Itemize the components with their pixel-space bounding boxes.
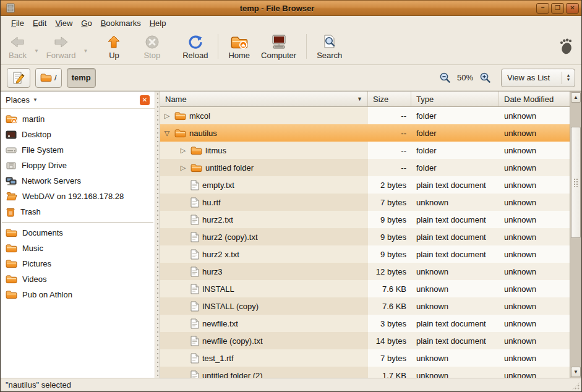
text-file-icon: [190, 215, 199, 225]
zoom-in-button[interactable]: [479, 72, 491, 83]
chevron-down-icon[interactable]: ▼: [33, 97, 140, 103]
text-file-icon: [190, 249, 199, 260]
table-row-hurz2-txt[interactable]: hurz2.txt 9 bytes plain text document un…: [160, 211, 570, 228]
up-button[interactable]: Up: [101, 32, 127, 62]
path-root-button[interactable]: /: [35, 68, 62, 88]
sidebar-header: Places ▼ ✕: [1, 92, 155, 109]
forward-button[interactable]: Forward: [41, 32, 82, 62]
sidebar-item-music[interactable]: Music: [1, 241, 155, 256]
scroll-up-button[interactable]: ▲: [571, 92, 581, 103]
toolbar: Back ▼ Forward ▼ Up Stop Reload: [1, 30, 581, 65]
table-row-newfile-copy-txt[interactable]: newfile (copy).txt 14 bytes plain text d…: [160, 332, 570, 349]
minimize-button[interactable]: –: [536, 3, 549, 14]
table-row-test-1-rtf[interactable]: test_1.rtf 7 bytes unknown unknown: [160, 349, 570, 367]
status-bar: "nautilus" selected: [1, 378, 581, 391]
back-history-dropdown[interactable]: ▼: [32, 48, 41, 54]
expander-expanded-icon[interactable]: ▽: [163, 129, 171, 137]
open-folder-icon: [6, 192, 17, 201]
maximize-icon: ❐: [555, 5, 560, 11]
menu-file[interactable]: File: [7, 17, 28, 29]
file-rows: ▷ mkcol -- folder unknown ▽ nautilus --: [160, 107, 570, 378]
trash-icon: [6, 207, 15, 217]
menu-view[interactable]: View: [51, 17, 77, 29]
zoom-out-button[interactable]: [439, 72, 451, 83]
search-button[interactable]: Search: [311, 32, 348, 62]
table-row-nautilus-selected[interactable]: ▽ nautilus -- folder unknown: [160, 124, 570, 142]
location-bar: / temp 50% View as List: [1, 65, 581, 91]
column-header-name[interactable]: Name ▼: [160, 92, 368, 106]
table-row-untitled-folder[interactable]: ▷ untitled folder -- folder unknown: [160, 159, 570, 176]
close-icon: ✕: [142, 97, 147, 103]
edit-location-button[interactable]: [7, 68, 30, 88]
table-row-install-copy[interactable]: INSTALL (copy) 7.6 KB unknown unknown: [160, 297, 570, 315]
sidebar-item-desktop[interactable]: Desktop: [1, 127, 155, 142]
menu-edit[interactable]: Edit: [28, 17, 51, 29]
table-row-hurz2-copy-txt[interactable]: hurz2 (copy).txt 9 bytes plain text docu…: [160, 228, 570, 245]
table-row-hurz2-x-txt[interactable]: hurz2 x.txt 9 bytes plain text document …: [160, 245, 570, 263]
sidebar-mode-select[interactable]: Places: [6, 95, 30, 104]
resize-grip[interactable]: [571, 381, 580, 390]
close-icon: ✕: [570, 5, 575, 11]
table-row-hu-rtf[interactable]: hu.rtf 7 bytes unknown unknown: [160, 194, 570, 211]
zoom-out-icon: [439, 72, 451, 83]
table-row-mkcol[interactable]: ▷ mkcol -- folder unknown: [160, 107, 570, 124]
text-file-icon: [190, 180, 199, 190]
scrollbar-thumb[interactable]: [571, 127, 581, 238]
view-mode-select[interactable]: View as List ▲▼: [501, 69, 575, 87]
menu-bookmarks[interactable]: Bookmarks: [96, 17, 145, 29]
sidebar-item-martin[interactable]: martin: [1, 111, 155, 127]
sidebar-item-pictures[interactable]: Pictures: [1, 256, 155, 271]
back-button[interactable]: Back: [3, 32, 32, 62]
table-row-newfile-txt[interactable]: newfile.txt 3 bytes plain text document …: [160, 315, 570, 332]
table-row-install[interactable]: INSTALL 7.6 KB unknown unknown: [160, 280, 570, 297]
path-current-folder-button[interactable]: temp: [67, 68, 96, 88]
sidebar-item-pub-on-athlon[interactable]: Pub on Athlon: [1, 287, 155, 302]
expander-collapsed-icon[interactable]: ▷: [179, 164, 187, 172]
sidebar-item-videos[interactable]: Videos: [1, 271, 155, 287]
forward-arrow-icon: [53, 33, 69, 49]
computer-icon: [271, 33, 287, 49]
close-button[interactable]: ✕: [566, 3, 579, 14]
reload-button[interactable]: Reload: [177, 32, 213, 62]
forward-history-dropdown[interactable]: ▼: [82, 48, 90, 54]
home-button[interactable]: Home: [223, 32, 255, 62]
expander-collapsed-icon[interactable]: ▷: [163, 112, 171, 120]
table-row-hurz3[interactable]: hurz3 12 bytes unknown unknown: [160, 263, 570, 280]
folder-icon: [190, 163, 202, 173]
reload-icon: [188, 33, 203, 49]
column-header-date-modified[interactable]: Date Modified: [499, 92, 570, 106]
zoom-level: 50%: [457, 73, 473, 82]
stop-button[interactable]: Stop: [138, 32, 166, 62]
vertical-scrollbar[interactable]: ▲ ▼: [570, 92, 581, 378]
sidebar-item-documents[interactable]: Documents: [1, 225, 155, 241]
title-bar[interactable]: temp - File Browser – ❐ ✕: [1, 0, 581, 16]
pane-resize-handle[interactable]: [155, 92, 160, 378]
text-file-icon: [190, 370, 199, 378]
places-sidebar: Places ▼ ✕ martin Desktop File System: [1, 92, 155, 378]
home-folder-icon: [6, 114, 17, 124]
sidebar-item-network-servers[interactable]: Network Servers: [1, 173, 155, 189]
window-title: temp - File Browser: [18, 4, 536, 13]
menu-help[interactable]: Help: [145, 17, 171, 29]
file-manager-app-icon: [6, 3, 15, 13]
sidebar-close-button[interactable]: ✕: [140, 95, 150, 105]
scroll-down-button[interactable]: ▼: [571, 367, 581, 377]
table-row-litmus[interactable]: ▷ litmus -- folder unknown: [160, 142, 570, 159]
drive-icon: [6, 146, 17, 155]
computer-button[interactable]: Computer: [255, 32, 302, 62]
search-icon: [322, 33, 337, 49]
menu-go[interactable]: Go: [77, 17, 96, 29]
home-folder-icon: [231, 33, 248, 49]
expander-collapsed-icon[interactable]: ▷: [179, 147, 187, 155]
column-header-size[interactable]: Size: [368, 92, 411, 106]
sidebar-item-file-system[interactable]: File System: [1, 142, 155, 158]
sidebar-item-floppy-drive[interactable]: Floppy Drive: [1, 158, 155, 173]
table-row-untitled-folder-2[interactable]: untitled folder (2) 1.7 KB unknown unkno…: [160, 367, 570, 378]
table-row-empty-txt[interactable]: empty.txt 2 bytes plain text document un…: [160, 176, 570, 194]
sidebar-item-trash[interactable]: Trash: [1, 204, 155, 219]
column-header-type[interactable]: Type: [411, 92, 499, 106]
maximize-button[interactable]: ❐: [551, 3, 564, 14]
stop-icon: [145, 33, 160, 49]
folder-icon: [174, 129, 186, 138]
sidebar-item-webdav[interactable]: WebDAV on 192.168.178.28: [1, 189, 155, 204]
